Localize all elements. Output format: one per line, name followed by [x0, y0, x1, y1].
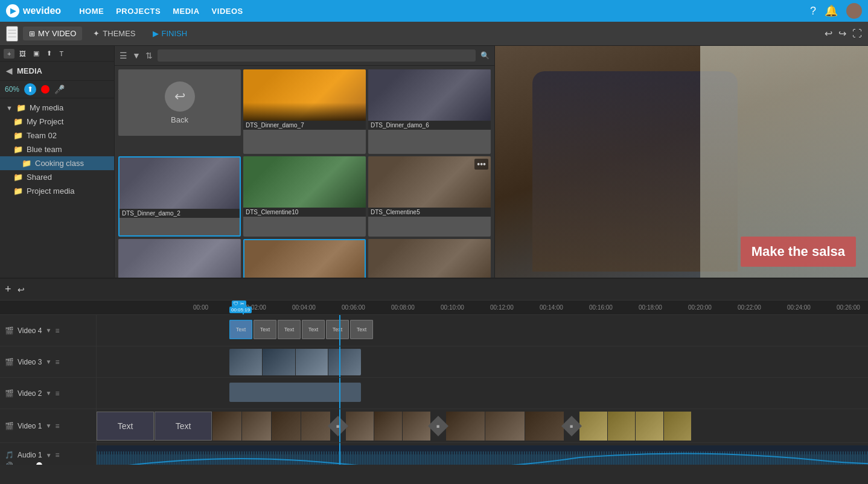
zoom-percentage[interactable]: 60% — [5, 85, 19, 94]
media-item-3[interactable]: DTS_Clementine10 — [243, 156, 366, 237]
transition-2[interactable]: ◆ — [561, 416, 582, 436]
folder-label: Team 02 — [27, 131, 57, 140]
text-block-3[interactable]: Text — [302, 320, 325, 339]
transition-1[interactable]: ◆ — [428, 416, 448, 436]
media-item-1[interactable]: DTS_Dinner_damo_6 — [368, 69, 491, 154]
track-chevron-icon[interactable]: ▼ — [46, 452, 52, 459]
user-avatar[interactable] — [846, 3, 862, 19]
folder-icon-img: 📁 — [16, 103, 26, 112]
track-chevron-icon[interactable]: ▼ — [45, 390, 51, 396]
media-label: DTS_Dinner_damo_6 — [368, 121, 491, 130]
ruler-mark-5: 00:10:00 — [441, 304, 490, 311]
media-item-2[interactable]: DTS_Dinner_damo_2 — [118, 156, 241, 237]
redo-button[interactable]: ↪ — [838, 28, 846, 39]
timeline-undo-button[interactable]: ↩ — [18, 285, 25, 295]
list-view-icon[interactable]: ☰ — [120, 51, 127, 60]
upload-media-button[interactable]: ⬆ — [44, 48, 54, 59]
add-track-button[interactable]: + — [5, 283, 11, 296]
mic-icon[interactable]: 🎤 — [54, 84, 65, 94]
track1-text-1[interactable]: Text — [155, 412, 212, 441]
track-name: Video 1 — [18, 422, 42, 430]
track1-text-0[interactable]: Text — [97, 412, 154, 441]
folder-my-media[interactable]: ▼ 📁 My media — [0, 101, 114, 115]
finish-label: FINISH — [162, 29, 188, 38]
track-menu-icon[interactable]: ≡ — [55, 422, 59, 430]
video1-clip-c[interactable] — [446, 412, 564, 441]
my-video-button[interactable]: ⊞ MY VIDEO — [23, 27, 82, 40]
nav-home[interactable]: HOME — [79, 7, 104, 16]
track-chevron-icon[interactable]: ▼ — [45, 327, 51, 334]
audio-waveform[interactable] — [97, 445, 868, 465]
track-chevron-icon[interactable]: ▼ — [45, 422, 51, 429]
back-button-thumb[interactable]: ↩ Back — [118, 69, 241, 136]
folder-blue-team[interactable]: 📁 Blue team — [0, 142, 114, 156]
video1-clip-d[interactable] — [579, 412, 691, 441]
folder-shared[interactable]: 📁 Shared — [0, 170, 114, 184]
text-block-0[interactable]: Text — [229, 320, 252, 339]
timeline-ruler: 00:00 00:02:00 00:04:00 00:06:00 00:08:0… — [0, 301, 868, 315]
track-content-video4: Text Text Text Text Text Text — [97, 315, 868, 346]
folder-cooking-class[interactable]: 📁 Cooking class — [0, 156, 114, 170]
folder-icon-img: 📁 — [13, 117, 23, 126]
track-menu-icon[interactable]: ≡ — [55, 326, 59, 335]
track-menu-icon[interactable]: ≡ — [55, 389, 59, 398]
tracks-area: 🎬 Video 4 ▼ ≡ Text Text Text Text Text T… — [0, 315, 868, 465]
track-audio1: 🎵 Audio 1 ▼ ≡ 🔊 — [0, 443, 868, 465]
text-block-1[interactable]: Text — [254, 320, 276, 339]
timeline-header: + ↩ — [0, 279, 868, 301]
screen-record-button[interactable]: ▣ — [31, 48, 42, 59]
text-block-5[interactable]: Text — [350, 320, 373, 339]
ruler-mark-2: 00:04:00 — [292, 304, 342, 311]
themes-button[interactable]: ✦ THEMES — [87, 27, 141, 40]
media-label: DTS_Dinner_damo_7 — [243, 121, 366, 130]
help-icon[interactable]: ? — [810, 5, 816, 18]
track-menu-icon[interactable]: ≡ — [55, 358, 59, 366]
nav-items: HOME PROJECTS MEDIA VIDEOS — [79, 7, 810, 16]
filter-icon[interactable]: ▼ — [132, 51, 141, 60]
media-item-0[interactable]: DTS_Dinner_damo_7 — [243, 69, 366, 154]
folder-label: Blue team — [27, 145, 62, 154]
track-name: Video 4 — [18, 326, 42, 335]
nav-media[interactable]: MEDIA — [173, 7, 199, 16]
waveform-svg — [97, 445, 868, 465]
playhead-time-label: 00:05:19 — [229, 307, 252, 313]
nav-projects[interactable]: PROJECTS — [116, 7, 161, 16]
notification-icon[interactable]: 🔔 — [825, 4, 838, 18]
video1-clip-b[interactable] — [346, 412, 430, 441]
text-block-2[interactable]: Text — [278, 320, 301, 339]
folder-team02[interactable]: 📁 Team 02 — [0, 129, 114, 142]
preview-background: Make the salsa — [495, 46, 868, 297]
media-item-4[interactable]: ••• DTS_Clementine5 — [368, 156, 491, 237]
volume-knob[interactable] — [36, 462, 42, 465]
image-button[interactable]: 🖼 — [17, 49, 28, 59]
back-arrow-icon[interactable]: ◀ — [6, 66, 12, 75]
track-menu-icon[interactable]: ≡ — [56, 451, 60, 459]
folder-my-project[interactable]: 📁 My Project — [0, 115, 114, 129]
media-label: DTS_Clementine5 — [368, 208, 491, 217]
video3-strip[interactable] — [229, 349, 361, 375]
logo[interactable]: ▶ wevideo — [6, 4, 61, 18]
text-overlay-button[interactable]: T — [57, 49, 66, 59]
menu-button[interactable]: ☰ — [6, 26, 18, 42]
record-button[interactable] — [41, 85, 49, 94]
video2-clip[interactable] — [229, 383, 361, 402]
text-block-4[interactable]: Text — [326, 320, 349, 339]
folder-icon-img: 📁 — [13, 145, 23, 154]
video1-clip-a[interactable] — [212, 412, 330, 441]
add-media-button[interactable]: + — [4, 49, 14, 59]
media-more-button[interactable]: ••• — [474, 159, 488, 170]
track-name: Video 3 — [18, 358, 42, 366]
track-content-video3 — [97, 346, 868, 377]
transition-0[interactable]: ◆ — [328, 416, 348, 436]
finish-button[interactable]: ▶ FINISH — [147, 27, 194, 40]
fullscreen-button[interactable]: ⛶ — [852, 28, 862, 39]
media-search-input[interactable] — [158, 49, 476, 62]
nav-videos[interactable]: VIDEOS — [212, 7, 243, 16]
undo-button[interactable]: ↩ — [825, 28, 832, 39]
track-chevron-icon[interactable]: ▼ — [45, 358, 51, 365]
sort-icon[interactable]: ⇅ — [145, 51, 153, 60]
upload-button[interactable]: ⬆ — [24, 83, 36, 95]
track-label-video2: 🎬 Video 2 ▼ ≡ — [0, 378, 97, 409]
folder-project-media[interactable]: 📁 Project media — [0, 184, 114, 198]
folder-icon: ▼ — [6, 104, 13, 112]
